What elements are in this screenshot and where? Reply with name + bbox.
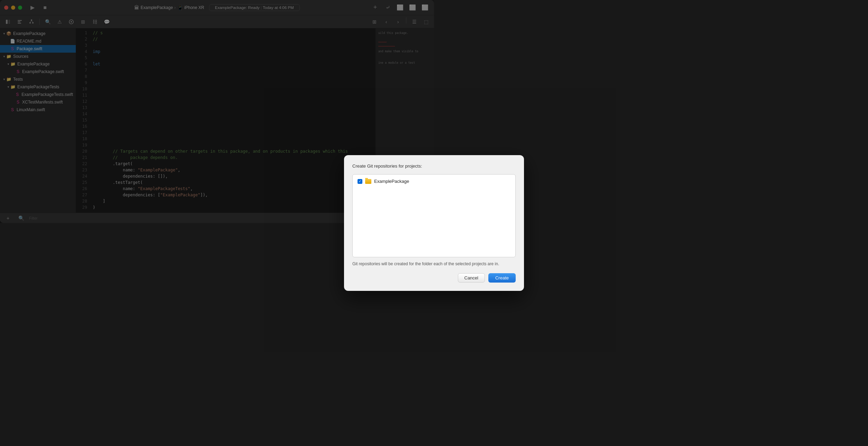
project-folder-icon: [365, 179, 371, 184]
modal-overlay[interactable]: Create Git repositories for projects: ✓ …: [0, 0, 434, 223]
create-git-modal: Create Git repositories for projects: ✓ …: [344, 155, 434, 223]
modal-title: Create Git repositories for projects:: [352, 163, 434, 169]
modal-project-name: ExamplePackage: [374, 179, 409, 184]
modal-list-item[interactable]: ✓ ExamplePackage: [355, 177, 434, 185]
project-checkbox[interactable]: ✓: [358, 179, 362, 184]
modal-project-list: ✓ ExamplePackage: [352, 174, 434, 223]
